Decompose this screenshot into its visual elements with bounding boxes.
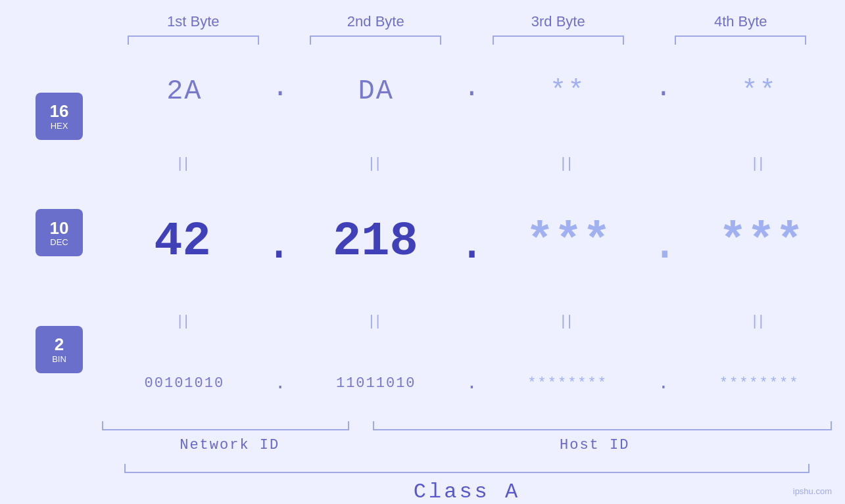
- dec-dot-3: .: [650, 218, 679, 272]
- top-brackets: [0, 35, 845, 45]
- hex-cell-1: 2A: [112, 76, 256, 107]
- equals-1-3: ||: [495, 154, 640, 172]
- badge-bin-label: BIN: [52, 354, 66, 364]
- badge-dec-label: DEC: [50, 237, 68, 247]
- bottom-brackets: [102, 421, 832, 430]
- badge-hex: 16 HEX: [36, 93, 83, 140]
- badge-dec-number: 10: [50, 219, 69, 238]
- bin-cell-2: 11011010: [304, 375, 448, 392]
- hex-value-2: DA: [358, 76, 394, 107]
- bracket-top-2: [310, 35, 441, 45]
- dec-value-4: ***: [719, 215, 804, 269]
- byte-header-4: 4th Byte: [668, 13, 813, 30]
- badge-hex-label: HEX: [51, 121, 68, 131]
- dec-cell-4: ***: [688, 215, 833, 269]
- equals-2-3: ||: [495, 312, 640, 329]
- hex-row: 2A . DA . ** . **: [99, 72, 845, 110]
- class-bracket: [124, 464, 809, 473]
- dec-value-3: ***: [525, 215, 611, 269]
- bin-cell-1: 00101010: [112, 375, 256, 392]
- hex-dot-3: .: [654, 72, 673, 104]
- hex-dot-1: .: [270, 72, 290, 104]
- dec-cell-3: ***: [496, 215, 640, 269]
- equals-1-4: ||: [687, 154, 832, 172]
- class-bracket-row: [102, 453, 832, 473]
- equals-2-2: ||: [304, 312, 448, 329]
- bin-dot-1: .: [270, 373, 290, 394]
- badge-hex-number: 16: [50, 102, 69, 121]
- bottom-area: Network ID Host ID Class A: [0, 421, 845, 504]
- hex-dot-2: .: [462, 72, 481, 104]
- watermark: ipshu.com: [793, 486, 832, 496]
- bin-cell-3: ********: [495, 375, 640, 392]
- bin-value-4: ********: [719, 375, 800, 392]
- dec-dot-1: .: [265, 218, 293, 272]
- bin-dot-3: .: [654, 373, 673, 394]
- badge-bin-number: 2: [55, 335, 64, 354]
- hex-cell-4: **: [687, 76, 832, 107]
- bracket-top-4: [675, 35, 806, 45]
- byte-headers: 1st Byte 2nd Byte 3rd Byte 4th Byte: [0, 13, 845, 30]
- equals-row-2: || || || ||: [99, 311, 845, 331]
- bin-dot-2: .: [462, 373, 481, 394]
- hex-value-4: **: [741, 76, 777, 107]
- bracket-host: [373, 421, 832, 430]
- host-id-label: Host ID: [357, 437, 832, 453]
- network-id-label: Network ID: [102, 437, 357, 453]
- values-grid: 2A . DA . ** . ** || ||: [99, 45, 845, 421]
- class-label: Class A: [124, 480, 809, 504]
- bracket-spacer: [349, 421, 374, 430]
- bin-cell-4: ********: [687, 375, 832, 392]
- equals-1-2: ||: [304, 154, 448, 172]
- bin-value-3: ********: [527, 375, 608, 392]
- bracket-top-1: [128, 35, 259, 45]
- byte-header-1: 1st Byte: [121, 13, 266, 30]
- bracket-top-3: [493, 35, 624, 45]
- hex-value-3: **: [550, 76, 585, 107]
- hex-value-1: 2A: [166, 76, 202, 107]
- equals-1-1: ||: [112, 154, 256, 172]
- equals-2-1: ||: [112, 312, 256, 329]
- bracket-network: [102, 421, 349, 430]
- dec-dot-2: .: [458, 218, 486, 272]
- byte-header-2: 2nd Byte: [303, 13, 448, 30]
- dec-cell-1: 42: [110, 215, 255, 269]
- equals-2-4: ||: [687, 312, 832, 329]
- dec-cell-2: 218: [303, 215, 448, 269]
- dec-row: 42 . 218 . *** . ***: [99, 215, 845, 269]
- bin-value-1: 00101010: [145, 375, 225, 392]
- hex-cell-3: **: [495, 76, 640, 107]
- class-label-row: Class A: [102, 473, 832, 504]
- byte-header-3: 3rd Byte: [486, 13, 631, 30]
- content-area: 16 HEX 10 DEC 2 BIN 2A . DA: [0, 45, 845, 421]
- hex-cell-2: DA: [304, 76, 448, 107]
- bin-row: 00101010 . 11011010 . ******** . *******…: [99, 373, 845, 394]
- badge-dec: 10 DEC: [36, 209, 83, 256]
- dec-value-1: 42: [154, 215, 210, 269]
- bin-value-2: 11011010: [336, 375, 416, 392]
- equals-row-1: || || || ||: [99, 153, 845, 173]
- dec-value-2: 218: [333, 215, 418, 269]
- badges-column: 16 HEX 10 DEC 2 BIN: [20, 45, 99, 421]
- main-container: 1st Byte 2nd Byte 3rd Byte 4th Byte 16 H…: [0, 0, 845, 504]
- id-labels: Network ID Host ID: [102, 430, 832, 453]
- badge-bin: 2 BIN: [36, 326, 83, 373]
